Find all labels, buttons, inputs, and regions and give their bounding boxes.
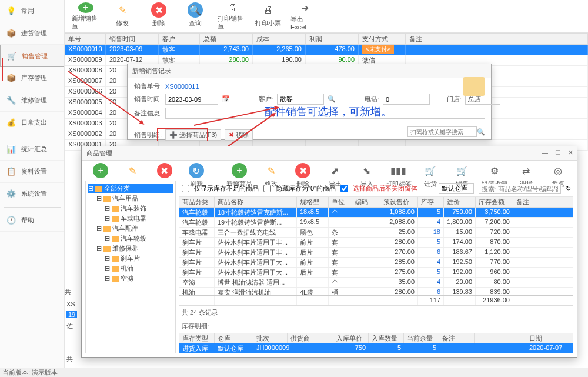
search-customer-icon[interactable]: 🔍	[328, 95, 336, 103]
sidebar-icon: 📋	[6, 166, 16, 177]
stock-row[interactable]: 进货入库 默认仓库 JH0000009 750 5 5 2020-07-07	[179, 343, 573, 353]
toolbar-删除[interactable]: ✖删除	[145, 2, 173, 30]
total-stock: 117	[418, 296, 444, 305]
order-no-value: XS0000011	[165, 83, 199, 90]
hide-zero-stock-label: 隐藏库存为"0"的商品	[276, 184, 336, 193]
highlight-choose-product	[157, 128, 208, 141]
sidebar-icon: 📦	[6, 28, 16, 39]
sidebar-item-4[interactable]: 🔧维修管理	[0, 89, 64, 112]
minimize-icon[interactable]: —	[542, 149, 548, 156]
sidebar-icon: 🕐	[6, 215, 16, 226]
sidebar-label: 系统设置	[21, 189, 47, 198]
sidebar-item-5[interactable]: 💰日常支出	[0, 112, 64, 134]
col-header[interactable]: 总额	[200, 34, 253, 45]
refresh-icon[interactable]: ↻	[566, 185, 571, 192]
sales-row[interactable]: XS00000102023-03-09散客2,743.002,265.00478…	[65, 45, 588, 55]
stock-col-header[interactable]: 当前余量	[404, 333, 439, 343]
tree-node[interactable]: ⊟ 汽车配件	[88, 223, 173, 233]
toolbar-icon: +	[93, 163, 108, 178]
shop-label: 门店:	[433, 95, 462, 104]
toolbar-icon: ⇄	[519, 163, 534, 178]
customer-input[interactable]	[277, 94, 324, 105]
tree-node[interactable]: ⊟ 车载电器	[88, 213, 173, 223]
toolbar-icon: ➜	[297, 2, 312, 14]
toolbar-icon: ✎	[263, 163, 279, 178]
sidebar-label: 资料设置	[21, 167, 47, 176]
sidebar-icon: 📊	[6, 144, 16, 155]
warehouse-select[interactable]: 默认仓库	[439, 183, 474, 194]
product-row[interactable]: 空滤博世 机油滤清器 适用...个35.00420.0080.00	[179, 278, 573, 288]
sidebar-item-9[interactable]: 🕐帮助	[0, 209, 64, 232]
sidebar-item-7[interactable]: 📋资料设置	[0, 161, 64, 183]
product-row[interactable]: 汽车轮毂18寸轮毂铸造雷克萨斯...18x8.5个1,088.005750.00…	[179, 208, 573, 218]
status-bar: 当前版本: 演示版本	[0, 368, 588, 377]
sidebar-label: 统计汇总	[21, 145, 47, 154]
tree-node[interactable]: ⊟ 机油	[88, 263, 173, 273]
toolbar-查询[interactable]: 🔍查询	[181, 2, 209, 30]
col-header[interactable]: 成本	[253, 34, 306, 45]
product-row[interactable]: 刹车片佐佐木刹车片适用于大...前片套285.004192.50770.00	[179, 258, 573, 268]
toolbar-新增销售单[interactable]: +新增销售单	[72, 2, 100, 30]
close-icon[interactable]: ✕	[568, 149, 573, 156]
partial-xs: XS	[66, 301, 75, 308]
tree-node[interactable]: ⊟ 汽车装饰	[88, 203, 173, 213]
toolbar-icon: 🖨	[224, 2, 239, 13]
stock-col-header[interactable]: 日期	[526, 333, 573, 343]
stock-col-header[interactable]: 供货商	[288, 333, 333, 343]
col-header[interactable]: 利润	[306, 34, 359, 45]
toolbar-打印销售单[interactable]: 🖨打印销售单	[218, 2, 246, 30]
product-row[interactable]: 车载电器三合一数据线充电线黑色条25.001815.00720.00	[179, 228, 573, 238]
product-row[interactable]: 刹车片佐佐木刹车片适用于大...后片套275.005192.00960.00	[179, 268, 573, 278]
barcode-search-input[interactable]	[407, 126, 477, 137]
stock-col-header[interactable]: 仓库	[215, 333, 253, 343]
product-management-dialog: 商品管理 — ☐ ✕ +新增✎修改✖删除↻刷新+新增商品✎修改✖删除⬈导出⬊导入…	[81, 146, 577, 358]
stock-col-header[interactable]: 库存类型	[179, 333, 215, 343]
sidebar-item-1[interactable]: 📦进货管理	[0, 22, 64, 45]
sidebar-item-8[interactable]: ⚙️系统设置	[0, 183, 64, 205]
sale-time-input[interactable]	[165, 94, 218, 105]
product-row[interactable]: 机油嘉实 润滑油汽机油4L装桶280.006139.83839.00	[179, 288, 573, 295]
stock-col-header[interactable]: 入库数量	[369, 333, 404, 343]
product-row[interactable]: 刹车片佐佐木刹车片适用于丰...前片套280.005174.00870.00	[179, 238, 573, 248]
category-tree[interactable]: ⊟ 全部分类⊟ 汽车用品⊟ 汽车装饰⊟ 车载电器⊟ 汽车配件⊟ 汽车轮毂⊟ 维修…	[85, 181, 176, 353]
toolbar-导出Excel[interactable]: ➜导出Excel	[290, 2, 319, 30]
product-search-input[interactable]	[479, 184, 561, 194]
remark-label: 备注信息:	[133, 109, 162, 118]
tree-node[interactable]: ⊟ 汽车轮毂	[88, 233, 173, 243]
stock-col-header[interactable]: 批次	[253, 333, 288, 343]
stock-col-header[interactable]: 入库单价	[333, 333, 369, 343]
sidebar-item-0[interactable]: 💡常用	[0, 0, 64, 22]
stock-col-header[interactable]: 备注	[439, 333, 475, 343]
phone-input[interactable]	[383, 94, 430, 105]
stock-col-header[interactable]	[475, 333, 526, 343]
col-header[interactable]: 支付方式	[359, 34, 406, 45]
col-header[interactable]: 客户	[159, 34, 200, 45]
toolbar-打印小票[interactable]: 🖨打印小票	[254, 2, 282, 30]
phone-label: 电话:	[351, 95, 379, 104]
col-header[interactable]: 备注	[406, 34, 588, 45]
keep-open-check[interactable]	[340, 185, 348, 192]
tree-node[interactable]: ⊟ 刹车片	[88, 253, 173, 263]
tree-node[interactable]: ⊟ 全部分类	[88, 184, 173, 193]
tree-node[interactable]: ⊟ 维修保养	[88, 243, 173, 253]
calendar-icon[interactable]: 📅	[222, 95, 230, 103]
toolbar-icon: ↻	[189, 163, 204, 178]
product-panel: 仅显示库存不足的商品 隐藏库存为"0"的商品 选择商品后不关闭窗体 默认仓库 ↻…	[179, 181, 573, 353]
product-row[interactable]: 汽车轮毂19寸轮毂铸造雷萨斯...19x8.52,088.0041,800.00…	[179, 218, 573, 228]
sidebar-item-6[interactable]: 📊统计汇总	[0, 138, 64, 161]
col-header[interactable]: 单号	[65, 34, 106, 45]
toolbar-icon: 🖨	[260, 2, 276, 18]
hide-zero-stock-check[interactable]	[263, 185, 271, 192]
product-row[interactable]: 刹车片佐佐木刹车片适用于丰...后片套270.006186.671,120.00	[179, 248, 573, 258]
tree-node[interactable]: ⊟ 空滤	[88, 273, 173, 283]
col-header[interactable]: 销售时间	[106, 34, 159, 45]
sidebar: 💡常用📦进货管理🛒销售管理📦库存管理🔧维修管理💰日常支出📊统计汇总📋资料设置⚙️…	[0, 0, 65, 368]
partial-zuo: 佐	[66, 322, 73, 331]
sidebar-icon: 💰	[6, 118, 16, 128]
show-low-stock-label: 仅显示库存不足的商品	[194, 184, 259, 193]
maximize-icon[interactable]: ☐	[555, 149, 561, 156]
tree-node[interactable]: ⊟ 汽车用品	[88, 193, 173, 203]
toolbar-修改[interactable]: ✎修改	[108, 2, 136, 30]
show-low-stock-check[interactable]	[182, 185, 189, 192]
partial-19: 19	[66, 311, 77, 318]
